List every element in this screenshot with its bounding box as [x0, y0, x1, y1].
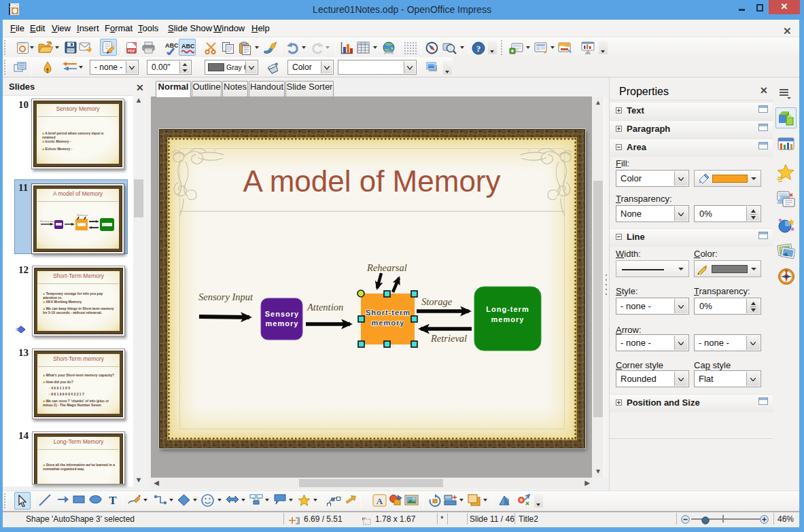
svg-text:A model of Memory: A model of Memory — [243, 164, 500, 198]
svg-text:N: N — [785, 269, 788, 273]
svg-text:Rehearsal: Rehearsal — [77, 214, 88, 217]
svg-text:Long-term: Long-term — [486, 305, 529, 313]
svg-text:memory: memory — [491, 315, 525, 323]
svg-text:Sensory Input: Sensory Input — [40, 220, 56, 223]
svg-text:Short-term: Short-term — [366, 308, 410, 317]
svg-text:memory: memory — [266, 319, 299, 327]
svg-text:Retrieval: Retrieval — [430, 333, 467, 344]
svg-text:Attention: Attention — [307, 302, 343, 313]
svg-text:A: A — [377, 496, 383, 506]
svg-text:memory: memory — [372, 319, 405, 327]
svg-text:T: T — [109, 494, 117, 506]
svg-text:ABC: ABC — [181, 43, 194, 50]
svg-text:ABC: ABC — [165, 42, 178, 49]
svg-text:Rehearsal: Rehearsal — [366, 262, 407, 273]
svg-text:Sensory Input: Sensory Input — [198, 291, 254, 302]
svg-text:Sensory: Sensory — [265, 310, 299, 318]
svg-text:?: ? — [476, 43, 481, 54]
svg-text:Storage: Storage — [421, 296, 453, 307]
svg-text:PDF: PDF — [128, 49, 136, 53]
